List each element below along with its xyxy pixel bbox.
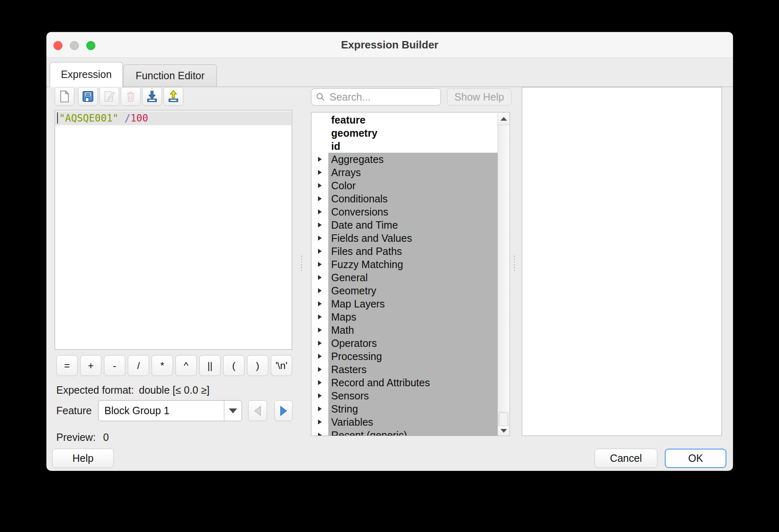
list-item-field[interactable]: geometry xyxy=(311,126,509,140)
feature-combobox-value: Block Group 1 xyxy=(104,401,169,421)
list-item-group[interactable]: Aggregates xyxy=(311,153,509,166)
scroll-down-icon xyxy=(500,429,507,433)
expand-triangle-icon[interactable] xyxy=(318,433,322,436)
list-item-group[interactable]: Map Layers xyxy=(311,297,509,310)
expand-triangle-icon[interactable] xyxy=(318,380,322,385)
list-item-group[interactable]: String xyxy=(311,402,509,415)
operator-button[interactable]: - xyxy=(104,355,125,376)
list-item-group[interactable]: Arrays xyxy=(311,166,509,179)
expand-triangle-icon[interactable] xyxy=(318,406,322,411)
list-scrollbar[interactable] xyxy=(498,113,509,435)
list-item-group[interactable]: Fuzzy Matching xyxy=(311,258,509,271)
new-expression-button[interactable] xyxy=(55,87,74,106)
expression-number-token: 100 xyxy=(130,112,148,124)
trash-icon xyxy=(124,90,137,103)
list-item-group[interactable]: Geometry xyxy=(311,284,509,297)
chevron-down-icon xyxy=(229,408,237,413)
expand-triangle-icon[interactable] xyxy=(318,420,322,424)
group-label: Conditionals xyxy=(328,192,498,205)
expand-triangle-icon[interactable] xyxy=(318,157,322,162)
expand-triangle-icon[interactable] xyxy=(318,341,322,346)
list-item-group[interactable]: Conditionals xyxy=(311,192,509,205)
operator-button[interactable]: ( xyxy=(223,355,244,376)
expression-editor[interactable]: "AQSQE001" /100 xyxy=(55,110,292,350)
search-input[interactable] xyxy=(329,91,433,103)
splitter-handle-left[interactable] xyxy=(300,256,303,272)
expand-triangle-icon[interactable] xyxy=(318,183,322,188)
expand-triangle-icon[interactable] xyxy=(318,328,322,332)
list-item-field[interactable]: id xyxy=(311,140,509,153)
delete-expression-button xyxy=(121,87,141,106)
expand-triangle-icon[interactable] xyxy=(318,367,322,372)
group-label: General xyxy=(328,271,498,284)
expand-triangle-icon[interactable] xyxy=(318,301,322,306)
list-item-group[interactable]: Recent (generic) xyxy=(311,429,509,436)
expand-triangle-icon[interactable] xyxy=(318,209,322,214)
ok-button[interactable]: OK xyxy=(665,449,726,468)
list-item-group[interactable]: Maps xyxy=(311,310,509,323)
tab-function-editor[interactable]: Function Editor xyxy=(123,64,217,87)
import-expression-button[interactable] xyxy=(142,87,162,106)
expand-triangle-icon[interactable] xyxy=(318,222,322,227)
list-item-group[interactable]: Record and Attributes xyxy=(311,376,509,389)
expression-field-token: "AQSQE001" xyxy=(59,112,119,124)
group-label: Fuzzy Matching xyxy=(328,258,498,271)
operator-button[interactable]: || xyxy=(199,355,221,376)
group-label: Variables xyxy=(328,415,498,429)
operator-button[interactable]: ^ xyxy=(175,355,197,376)
list-item-group[interactable]: General xyxy=(311,271,509,284)
operator-button[interactable]: = xyxy=(56,355,78,376)
expression-space xyxy=(119,112,124,124)
next-feature-button[interactable] xyxy=(274,400,293,421)
expand-triangle-icon[interactable] xyxy=(318,288,322,293)
scrollbar-down-button[interactable] xyxy=(498,426,509,435)
search-icon xyxy=(316,92,325,102)
combobox-dropdown-zone[interactable] xyxy=(224,401,242,421)
expand-triangle-icon[interactable] xyxy=(318,393,322,398)
expand-triangle-icon[interactable] xyxy=(318,170,322,175)
save-expression-button[interactable] xyxy=(78,87,98,106)
group-label: String xyxy=(328,402,498,415)
group-label: Operators xyxy=(328,337,498,350)
import-arrow-down-icon xyxy=(145,90,159,103)
list-item-group[interactable]: Sensors xyxy=(311,389,509,402)
previous-feature-button xyxy=(248,400,267,421)
operator-button[interactable]: + xyxy=(80,355,101,376)
feature-combobox[interactable]: Block Group 1 xyxy=(98,400,242,421)
expand-triangle-icon[interactable] xyxy=(318,262,322,267)
list-item-group[interactable]: Operators xyxy=(311,337,509,350)
list-item-group[interactable]: Variables xyxy=(311,415,509,429)
expand-triangle-icon[interactable] xyxy=(318,314,322,319)
operator-button[interactable]: ) xyxy=(247,355,268,376)
list-item-group[interactable]: Date and Time xyxy=(311,218,509,232)
operator-button[interactable]: * xyxy=(152,355,173,376)
tab-expression[interactable]: Expression xyxy=(50,62,123,87)
operator-button[interactable]: / xyxy=(128,355,149,376)
list-item-group[interactable]: Files and Paths xyxy=(311,245,509,258)
search-box[interactable] xyxy=(311,88,441,105)
scroll-up-icon xyxy=(500,117,507,121)
list-item-field[interactable]: feature xyxy=(311,113,509,126)
function-list[interactable]: featuregeometryid Aggregates Arrays xyxy=(311,112,510,436)
expand-triangle-icon[interactable] xyxy=(318,196,322,201)
expand-triangle-icon[interactable] xyxy=(318,354,322,359)
list-item-group[interactable]: Math xyxy=(311,323,509,337)
preview-label: Preview: xyxy=(56,431,96,443)
help-button[interactable]: Help xyxy=(52,449,114,468)
export-expression-button[interactable] xyxy=(164,87,183,106)
list-item-group[interactable]: Fields and Values xyxy=(311,232,509,245)
splitter-handle-right[interactable] xyxy=(513,256,516,272)
operator-button[interactable]: '\n' xyxy=(271,355,292,376)
list-item-group[interactable]: Processing xyxy=(311,350,509,363)
save-icon xyxy=(81,90,94,103)
expand-triangle-icon[interactable] xyxy=(318,249,322,254)
expand-triangle-icon[interactable] xyxy=(318,236,322,241)
scrollbar-up-button[interactable] xyxy=(498,113,509,125)
cancel-button[interactable]: Cancel xyxy=(595,449,657,468)
list-item-group[interactable]: Color xyxy=(311,179,509,192)
expand-triangle-icon[interactable] xyxy=(318,275,322,280)
list-item-group[interactable]: Conversions xyxy=(311,205,509,218)
group-label: Map Layers xyxy=(328,297,498,310)
feature-label: Feature xyxy=(56,405,92,417)
list-item-group[interactable]: Rasters xyxy=(311,363,509,376)
